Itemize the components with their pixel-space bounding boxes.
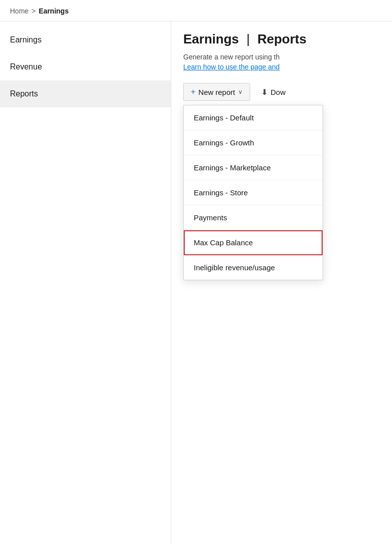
sidebar-item-earnings-label: Earnings: [10, 35, 41, 44]
sidebar-item-revenue-label: Revenue: [10, 62, 42, 71]
dropdown-item-earnings-growth[interactable]: Earnings - Growth: [184, 130, 323, 155]
page-title-main: Earnings: [183, 31, 239, 46]
breadcrumb-separator: >: [31, 7, 35, 15]
new-report-label: New report: [198, 88, 235, 96]
learn-link[interactable]: Learn how to use the page and: [183, 63, 380, 71]
description-text: Generate a new report using th: [183, 53, 380, 61]
sidebar: Earnings Revenue Reports: [0, 21, 171, 545]
dropdown-item-ineligible-revenue[interactable]: Ineligible revenue/usage: [184, 255, 323, 280]
breadcrumb-current: Earnings: [39, 7, 69, 15]
breadcrumb-home[interactable]: Home: [10, 7, 28, 15]
breadcrumb: Home > Earnings: [0, 0, 392, 21]
toolbar: + New report ∨ ⬇ Dow Earnings - Default …: [183, 83, 380, 101]
dropdown-item-earnings-default[interactable]: Earnings - Default: [184, 105, 323, 130]
page-title: Earnings | Reports: [183, 31, 380, 47]
page-title-sub: Reports: [257, 31, 306, 46]
new-report-button[interactable]: + New report ∨: [183, 83, 250, 101]
download-icon: ⬇: [261, 87, 268, 97]
dropdown-item-earnings-marketplace[interactable]: Earnings - Marketplace: [184, 155, 323, 180]
sidebar-item-revenue[interactable]: Revenue: [0, 53, 171, 80]
content-area: Earnings | Reports Generate a new report…: [171, 21, 392, 545]
chevron-down-icon: ∨: [238, 88, 243, 95]
dropdown-item-earnings-store[interactable]: Earnings - Store: [184, 180, 323, 205]
sidebar-item-reports-label: Reports: [10, 89, 38, 98]
dropdown-item-max-cap-balance[interactable]: Max Cap Balance: [184, 230, 323, 255]
page-title-separator: |: [246, 31, 250, 46]
download-label: Dow: [271, 88, 286, 96]
dropdown-menu: Earnings - Default Earnings - Growth Ear…: [183, 105, 323, 280]
main-layout: Earnings Revenue Reports Earnings | Repo…: [0, 21, 392, 545]
sidebar-item-earnings[interactable]: Earnings: [0, 26, 171, 53]
sidebar-item-reports[interactable]: Reports: [0, 80, 171, 107]
plus-icon: +: [191, 87, 195, 96]
dropdown-item-payments[interactable]: Payments: [184, 205, 323, 230]
download-button[interactable]: ⬇ Dow: [254, 83, 293, 101]
